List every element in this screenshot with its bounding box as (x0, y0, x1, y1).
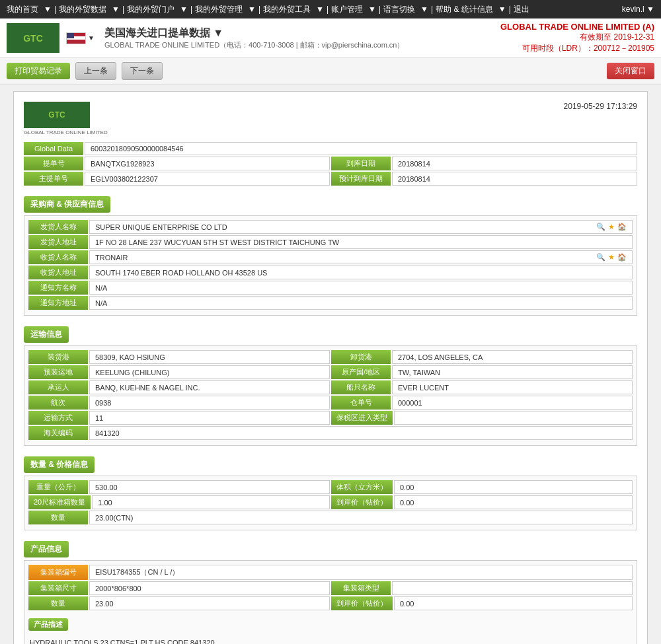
document-card: GTC GLOBAL TRADE ONLINE LIMITED 2019-05-… (13, 91, 648, 644)
flag-icon (66, 32, 86, 44)
consignee-name-value: TRONAIR 🔍 ★ 🏠 (89, 250, 633, 264)
customs-value: 841320 (89, 426, 633, 440)
consignee-name-label: 收货人名称 (28, 250, 88, 264)
flag-area: ▼ (66, 32, 95, 44)
global-data-value: 60032018090500000084546 (85, 142, 637, 155)
notify-name-row: 通知方名称 N/A (28, 281, 633, 295)
title-area: 美国海关进口提单数据 ▼ GLOBAL TRADE ONLINE LIMITED… (104, 26, 500, 50)
shipper-name-value: SUPER UNIQUE ENTERPRISE CO LTD 🔍 ★ 🏠 (89, 220, 633, 234)
carrier-value: BANQ, KUEHNE & NAGEL INC. (89, 380, 330, 394)
star-icon-shipper[interactable]: ★ (608, 223, 615, 231)
discharge-port-value: 2704, LOS ANGELES, CA (392, 350, 633, 364)
shipper-addr-label: 发货人地址 (28, 235, 88, 249)
port-row: 装货港 58309, KAO HSIUNG 卸货港 2704, LOS ANGE… (28, 350, 633, 364)
voyage-label: 航次 (28, 396, 88, 410)
container-type-value (392, 581, 633, 595)
buyer-supplier-header: 采购商 & 供应商信息 (24, 196, 110, 213)
flag-label: ▼ (88, 34, 95, 42)
nav-logout[interactable]: 退出 (514, 4, 529, 15)
container-size-value: 2000*806*800 (89, 581, 330, 595)
container-size-label: 集装箱尺寸 (28, 581, 88, 595)
arrival-price-label: 到岸价（钻价） (331, 495, 393, 509)
customs-row: 海关编码 841320 (28, 426, 633, 440)
origin-country-label: 原产国/地区 (331, 365, 391, 379)
customs-label: 海关编码 (28, 426, 88, 440)
product-qty-price-row: 数量 23.00 到岸价（钻价） 0.00 (28, 596, 633, 610)
bonded-value (394, 411, 633, 425)
print-button-top[interactable]: 打印贸易记录 (7, 63, 70, 79)
loading-port-value: 58309, KAO HSIUNG (89, 350, 330, 364)
nav-lang[interactable]: 语言切换 (383, 4, 415, 15)
doc-logo-sub: GLOBAL TRADE ONLINE LIMITED (24, 129, 108, 135)
weight-label: 重量（公斤） (28, 480, 88, 494)
transport-label: 运输方式 (28, 411, 88, 425)
nav-help[interactable]: 帮助 & 统计信息 (436, 4, 493, 15)
header-right: GLOBAL TRADE ONLINE LIMITED (A) 有效期至 201… (500, 22, 654, 54)
doc-logo-box: GTC (24, 102, 90, 128)
shipper-addr-row: 发货人地址 1F NO 28 LANE 237 WUCYUAN 5TH ST W… (28, 235, 633, 249)
notify-addr-label: 通知方地址 (28, 296, 88, 310)
notify-addr-value: N/A (89, 296, 633, 310)
product-desc-text: HYDRAULIC TOOLS 23 CTNS=1 PLT HS CODE 84… (28, 636, 633, 644)
loading-port-label: 装货港 (28, 350, 88, 364)
consignee-addr-label: 收货人地址 (28, 266, 88, 279)
buyer-supplier-section: 发货人名称 SUPER UNIQUE ENTERPRISE CO LTD 🔍 ★… (24, 215, 637, 316)
bill-no-value: BANQTXG1928923 (85, 157, 330, 170)
home-icon-shipper[interactable]: 🏠 (617, 223, 627, 231)
nav-account[interactable]: 账户管理 (331, 4, 363, 15)
logo-area: GTC ▼ (7, 23, 95, 53)
container-price-row: 20尺标准箱数量 1.00 到岸价（钻价） 0.00 (28, 495, 633, 509)
star-icon-consignee[interactable]: ★ (608, 253, 615, 262)
close-button-top[interactable]: 关闭窗口 (607, 63, 654, 79)
quantity-label: 数量 (28, 511, 88, 524)
transport-value: 11 (89, 411, 330, 425)
page-subtitle: GLOBAL TRADE ONLINE LIMITED（电话：400-710-3… (104, 40, 500, 50)
master-bill-value: EGLV003802122307 (85, 172, 330, 186)
nav-home[interactable]: 我的首页 (7, 4, 38, 15)
notify-addr-row: 通知方地址 N/A (28, 296, 633, 310)
shipping-header: 运输信息 (24, 326, 69, 343)
consignee-name-row: 收货人名称 TRONAIR 🔍 ★ 🏠 (28, 250, 633, 264)
notify-name-label: 通知方名称 (28, 281, 88, 295)
product-arrival-price-label: 到岸价（钻价） (331, 596, 393, 610)
main-content: GTC GLOBAL TRADE ONLINE LIMITED 2019-05-… (0, 85, 661, 644)
nav-portal[interactable]: 我的外贸门户 (127, 4, 175, 15)
nav-tools[interactable]: 我的外贸工具 (263, 4, 311, 15)
container20-value: 1.00 (92, 495, 330, 509)
nav-data[interactable]: 我的外贸数据 (59, 4, 106, 15)
period-label: 可用时段（LDR）：200712－201905 (500, 43, 654, 54)
global-data-row: Global Data 60032018090500000084546 (24, 142, 637, 155)
brand-label: GLOBAL TRADE ONLINE LIMITED (A) (500, 22, 654, 32)
container-no-value: EISU1784355（CN / L /） (89, 565, 633, 580)
vessel-value: EVER LUCENT (392, 380, 633, 394)
quantity-value: 23.00(CTN) (89, 511, 633, 524)
user-label[interactable]: kevin.l ▼ (622, 5, 654, 14)
product-quantity-value: 23.00 (89, 596, 330, 610)
quantity-row: 数量 23.00(CTN) (28, 511, 633, 524)
consignee-addr-row: 收货人地址 SOUTH 1740 EBER ROAD HOLLAND OH 43… (28, 266, 633, 279)
notify-name-value: N/A (89, 281, 633, 295)
arrival-date-value: 20180814 (392, 157, 637, 170)
nav-mgmt[interactable]: 我的外贸管理 (195, 4, 243, 15)
container20-label: 20尺标准箱数量 (28, 495, 91, 509)
shipping-section: 装货港 58309, KAO HSIUNG 卸货港 2704, LOS ANGE… (24, 345, 637, 446)
pre-loading-value: KEELUNG (CHILUNG) (89, 365, 330, 379)
next-button-top[interactable]: 下一条 (122, 62, 163, 80)
top-toolbar: 打印贸易记录 上一条 下一条 关闭窗口 (0, 58, 661, 85)
container-no-row: 集装箱编号 EISU1784355（CN / L /） (28, 565, 633, 580)
search-icon-shipper[interactable]: 🔍 (596, 223, 605, 231)
global-data-label: Global Data (24, 142, 83, 155)
doc-logo-text: GTC (48, 110, 65, 120)
est-arrival-value: 20180814 (392, 172, 637, 186)
search-icon-consignee[interactable]: 🔍 (596, 253, 605, 262)
logo-box: GTC (7, 23, 59, 53)
quantity-price-header: 数量 & 价格信息 (24, 456, 95, 473)
transport-bonded-row: 运输方式 11 保税区进入类型 (28, 411, 633, 425)
consignee-addr-value: SOUTH 1740 EBER ROAD HOLLAND OH 43528 US (89, 266, 633, 279)
bonded-label: 保税区进入类型 (331, 411, 393, 425)
home-icon-consignee[interactable]: 🏠 (617, 253, 627, 262)
prev-button-top[interactable]: 上一条 (75, 62, 116, 80)
master-bill-row: 主提单号 EGLV003802122307 预计到库日期 20180814 (24, 172, 637, 186)
container-size-type-row: 集装箱尺寸 2000*806*800 集装箱类型 (28, 581, 633, 595)
voyage-warehouse-row: 航次 0938 仓单号 000001 (28, 396, 633, 410)
